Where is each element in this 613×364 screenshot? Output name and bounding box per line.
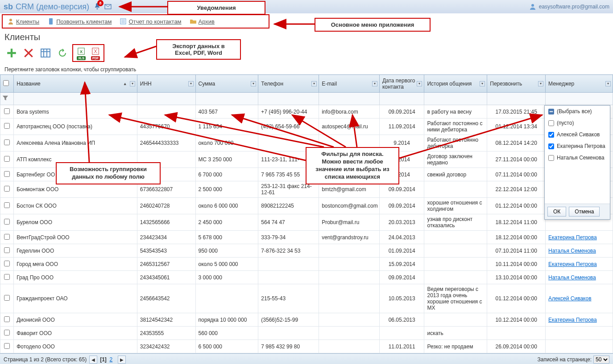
- row-checkbox[interactable]: [4, 234, 10, 240]
- menu-contact-report[interactable]: Отчет по контактам: [120, 18, 181, 25]
- row-checkbox[interactable]: [4, 156, 10, 162]
- row-checkbox[interactable]: [4, 274, 10, 280]
- menu-clients[interactable]: Клиенты: [7, 18, 39, 25]
- table-row[interactable]: Фаворит ООО24353555560 000искать: [0, 327, 613, 340]
- column-header-checkbox[interactable]: [0, 75, 14, 93]
- column-header-callback[interactable]: Перезвонить▾: [487, 75, 546, 93]
- delete-button[interactable]: [21, 46, 36, 60]
- row-checkbox[interactable]: [4, 261, 10, 266]
- column-header-email[interactable]: E-mail▾: [319, 75, 380, 93]
- table-row[interactable]: Геделлин ООО543543543950 0007-876-322 34…: [0, 244, 613, 258]
- export-xls-button[interactable]: X XLS: [75, 46, 87, 60]
- columns-button[interactable]: [38, 46, 53, 60]
- pager-page-2[interactable]: 2: [110, 356, 113, 363]
- cell-manager[interactable]: Екатерина Петрова: [546, 231, 613, 244]
- column-header-first-contact[interactable]: Дата первого контакта▾: [379, 75, 424, 93]
- filter-option-3[interactable]: Наталья Семенова: [545, 152, 610, 164]
- filter-select-all[interactable]: (Выбрать все): [545, 106, 610, 117]
- cell-callback: 27.11.2014 00:00: [487, 151, 546, 168]
- row-checkbox[interactable]: [4, 316, 10, 322]
- table-row[interactable]: Город мега ООО2465312567около 5 000 0001…: [0, 258, 613, 271]
- menu-call-clients[interactable]: Позвонить клиентам: [47, 18, 112, 25]
- column-header-phone[interactable]: Телефон▾: [258, 75, 319, 93]
- table-row[interactable]: Град Про ООО24343450613 000 00009.09.201…: [0, 271, 613, 284]
- cell-manager[interactable]: Наталья Семенова: [546, 244, 613, 258]
- report-icon: [120, 18, 127, 25]
- column-menu-icon[interactable]: ▾: [311, 81, 317, 86]
- column-menu-icon[interactable]: ▾: [480, 81, 485, 86]
- cell-manager[interactable]: Наталья Семенова: [546, 271, 613, 284]
- cell-name: Фаворит ООО: [14, 327, 137, 340]
- filter-name-input[interactable]: [16, 96, 135, 102]
- cell-manager[interactable]: Екатерина Петрова: [546, 313, 613, 327]
- mail-icon[interactable]: [104, 3, 112, 10]
- table-row[interactable]: Bora systems403 567+7 (495) 996-20-44inf…: [0, 105, 613, 119]
- pager-page-1[interactable]: [1]: [100, 356, 107, 363]
- table-row[interactable]: Бурелом ООО14325656662 450 000564 74 47P…: [0, 214, 613, 231]
- cell-email: vent@grandstroy.ru: [319, 231, 380, 244]
- notification-count: 8: [97, 0, 104, 6]
- add-button[interactable]: [4, 46, 19, 60]
- row-checkbox[interactable]: [4, 139, 10, 145]
- filter-option-1[interactable]: Алексей Сиваков: [545, 129, 610, 140]
- column-menu-icon[interactable]: ▾: [538, 81, 543, 86]
- table-row[interactable]: Гражданпроект ОАО2456643542215-55-4310.0…: [0, 284, 613, 313]
- filter-email-input[interactable]: [321, 96, 377, 102]
- user-email[interactable]: easysoftware.pro@gmail.com: [529, 3, 609, 10]
- column-menu-icon[interactable]: ▾: [130, 81, 135, 86]
- filter-manager-input[interactable]: [547, 96, 611, 102]
- column-header-name[interactable]: Название▲▾: [14, 75, 137, 93]
- filter-empty[interactable]: (пусто): [545, 117, 610, 129]
- table-row[interactable]: Бостон СК ООО2460240728около 6 000 00089…: [0, 198, 613, 214]
- table-row[interactable]: Автотранспец ООО (поставка)44357766701 1…: [0, 119, 613, 135]
- table-row[interactable]: Дионисий ООО38124542342порядка 10 000 00…: [0, 313, 613, 327]
- cell-sum: 403 567: [195, 105, 258, 119]
- filter-callback-input[interactable]: [489, 96, 543, 102]
- pager-prev[interactable]: ◀: [89, 356, 97, 364]
- cell-date: 15.09.2014: [379, 258, 424, 271]
- filter-cancel-button[interactable]: Отмена: [569, 207, 600, 217]
- row-checkbox[interactable]: [4, 247, 10, 253]
- refresh-button[interactable]: [55, 46, 70, 60]
- filter-inn-input[interactable]: [139, 96, 194, 102]
- column-menu-icon[interactable]: ▾: [372, 81, 377, 86]
- select-all-checkbox[interactable]: [3, 80, 9, 86]
- column-menu-icon[interactable]: ▾: [417, 81, 422, 86]
- menu-archive[interactable]: Архив: [190, 18, 215, 25]
- filter-sum-input[interactable]: [198, 96, 257, 102]
- cell-manager[interactable]: Екатерина Петрова: [546, 258, 613, 271]
- row-checkbox[interactable]: [4, 202, 10, 208]
- row-checkbox[interactable]: [4, 123, 10, 129]
- row-checkbox[interactable]: [4, 330, 10, 335]
- table-row[interactable]: Фотодело ООО32342424326 500 0007 985 432…: [0, 340, 613, 353]
- row-checkbox[interactable]: [4, 295, 10, 301]
- row-checkbox[interactable]: [4, 108, 10, 114]
- column-menu-icon[interactable]: ▾: [188, 81, 194, 86]
- row-checkbox[interactable]: [4, 343, 10, 349]
- cell-callback: 10.12.2014 00:00: [487, 313, 546, 327]
- column-header-manager[interactable]: Менеджер▾: [546, 75, 613, 93]
- cell-email: [319, 244, 380, 258]
- filter-history-input[interactable]: [426, 96, 485, 102]
- row-checkbox[interactable]: [4, 171, 10, 177]
- column-header-inn[interactable]: ИНН▾: [137, 75, 195, 93]
- records-per-page-select[interactable]: 50: [593, 356, 609, 364]
- cell-history: [424, 258, 487, 271]
- app-title: CRM (демо-версия): [16, 2, 89, 12]
- row-checkbox[interactable]: [4, 219, 10, 225]
- export-pdf-button[interactable]: PDF: [89, 46, 102, 60]
- filter-option-2[interactable]: Екатерина Петрова: [545, 140, 610, 152]
- cell-manager[interactable]: Алексей Сиваков: [546, 284, 613, 313]
- table-icon: [40, 48, 51, 58]
- notifications-button[interactable]: 8: [94, 3, 101, 11]
- filter-ok-button[interactable]: ОК: [547, 207, 566, 217]
- pager-next[interactable]: ▶: [118, 356, 126, 364]
- row-checkbox[interactable]: [4, 186, 10, 192]
- column-menu-icon[interactable]: ▾: [251, 81, 256, 86]
- column-menu-icon[interactable]: ▾: [605, 81, 611, 86]
- table-row[interactable]: ВентГрадСтрой ООО2344234345 678 000333-7…: [0, 231, 613, 244]
- filter-phone-input[interactable]: [260, 96, 317, 102]
- column-header-sum[interactable]: Сумма▾: [195, 75, 258, 93]
- filter-date-input[interactable]: [381, 96, 422, 102]
- column-header-history[interactable]: История общения▾: [424, 75, 487, 93]
